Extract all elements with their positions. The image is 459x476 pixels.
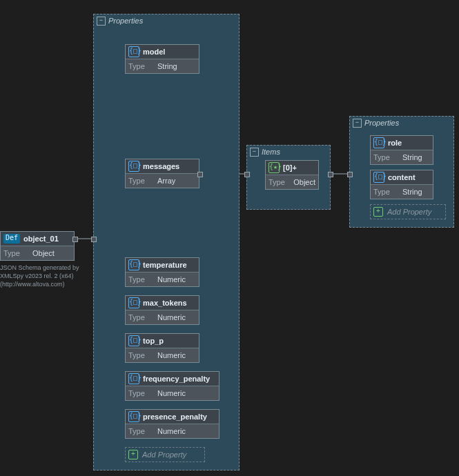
type-value: Numeric (157, 427, 186, 435)
node-model[interactable]: {□} model Type String (125, 44, 199, 74)
type-value: String (402, 188, 422, 196)
plus-icon: + (128, 450, 138, 459)
node-name: content (388, 173, 416, 181)
type-value: Object (293, 178, 315, 186)
type-label: Type (373, 188, 398, 196)
type-value: String (402, 153, 422, 161)
def-badge: Def (3, 234, 20, 244)
collapse-icon[interactable]: − (250, 148, 259, 157)
node-name: presence_penalty (143, 413, 207, 421)
node-root-def[interactable]: Def object_01 Type Object (0, 231, 75, 261)
node-temperature[interactable]: {□} temperature Type Numeric (125, 257, 199, 287)
panel-props-in-port[interactable] (91, 237, 97, 242)
node-name: temperature (143, 261, 187, 269)
panel-title: Properties (364, 119, 399, 127)
object-icon: {□} (128, 46, 139, 57)
type-label: Type (128, 275, 153, 284)
node-name: object_01 (23, 235, 59, 243)
node-name: role (388, 139, 402, 147)
schema-info: JSON Schema generated by XMLSpy v2023 re… (0, 264, 97, 288)
node-name: [0]+ (283, 163, 297, 172)
node-role[interactable]: {□} role Type String (370, 135, 433, 165)
plus-icon: + (373, 207, 383, 217)
panel-properties-root: − Properties (93, 14, 240, 470)
object-icon: {□} (128, 297, 139, 308)
node-name: model (143, 48, 165, 56)
type-value: Array (157, 177, 175, 185)
object-icon: {□} (128, 411, 139, 422)
object-icon: {□} (128, 335, 139, 346)
type-value: String (157, 62, 177, 70)
root-out-port[interactable] (72, 237, 78, 242)
node-name: frequency_penalty (143, 375, 210, 383)
node-frequency-penalty[interactable]: {□} frequency_penalty Type Numeric (125, 371, 219, 401)
type-value: Numeric (157, 275, 186, 284)
node-top-p[interactable]: {□} top_p Type Numeric (125, 333, 199, 363)
add-property-label: Add Property (142, 450, 186, 459)
type-label: Type (128, 177, 153, 185)
type-value: Numeric (157, 313, 186, 321)
node-messages[interactable]: {□} messages Type Array (125, 159, 199, 188)
panel-header[interactable]: − Properties (94, 14, 239, 27)
node-name: messages (143, 162, 179, 170)
type-label: Type (128, 351, 153, 359)
panel-title: Items (262, 148, 280, 156)
type-value: Object (32, 249, 55, 257)
type-label: Type (128, 62, 153, 70)
messages-out-port[interactable] (197, 172, 203, 177)
panel-header[interactable]: − Items (247, 146, 330, 158)
add-property-root[interactable]: + Add Property (125, 447, 205, 462)
node-max-tokens[interactable]: {□} max_tokens Type Numeric (125, 295, 199, 325)
panel-props2-in-port[interactable] (347, 172, 353, 177)
items0-out-port[interactable] (328, 172, 333, 177)
type-label: Type (128, 313, 153, 321)
panel-items-in-port[interactable] (244, 172, 250, 177)
object-icon: {□} (128, 259, 139, 270)
add-property-item[interactable]: + Add Property (370, 204, 446, 219)
type-label: Type (128, 389, 153, 397)
panel-header[interactable]: − Properties (350, 117, 453, 129)
object-icon: {□} (373, 172, 384, 183)
node-name: top_p (143, 337, 164, 345)
object-icon: {□} (128, 161, 139, 172)
panel-title: Properties (108, 17, 143, 25)
type-value: Numeric (157, 389, 186, 397)
type-label: Type (3, 249, 28, 257)
node-items-0[interactable]: {★} [0]+ Type Object (265, 160, 319, 190)
collapse-icon[interactable]: − (353, 119, 362, 128)
type-value: Numeric (157, 351, 186, 359)
collapse-icon[interactable]: − (97, 17, 106, 26)
node-content[interactable]: {□} content Type String (370, 170, 433, 199)
node-presence-penalty[interactable]: {□} presence_penalty Type Numeric (125, 409, 219, 439)
node-name: max_tokens (143, 299, 187, 307)
type-label: Type (268, 178, 289, 186)
object-icon: {□} (373, 137, 384, 148)
add-property-label: Add Property (387, 208, 431, 216)
object-icon: {□} (128, 373, 139, 384)
type-label: Type (373, 153, 398, 161)
array-item-icon: {★} (268, 162, 280, 173)
type-label: Type (128, 427, 153, 435)
